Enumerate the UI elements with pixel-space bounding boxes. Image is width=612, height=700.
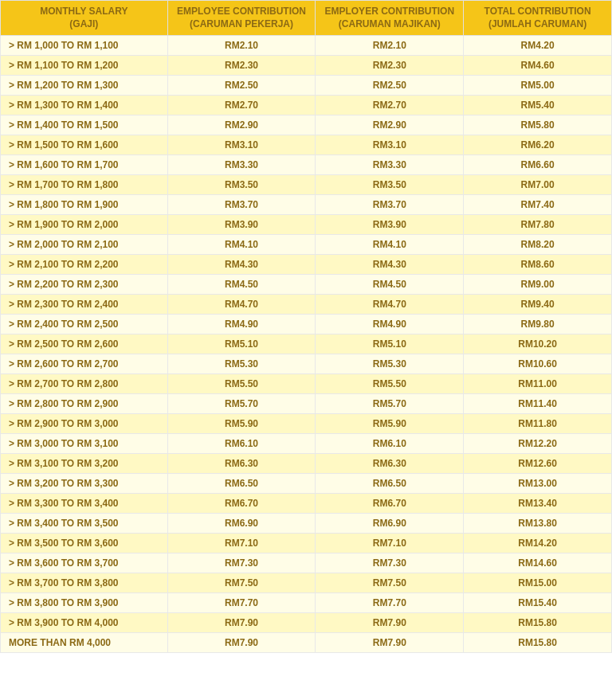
cell-total: RM15.00	[464, 573, 612, 593]
cell-salary: > RM 1,700 TO RM 1,800	[1, 175, 168, 195]
table-row: > RM 3,200 TO RM 3,300RM6.50RM6.50RM13.0…	[1, 474, 612, 494]
cell-employer: RM6.50	[316, 474, 464, 494]
table-row: > RM 3,400 TO RM 3,500RM6.90RM6.90RM13.8…	[1, 514, 612, 534]
cell-salary: > RM 1,500 TO RM 1,600	[1, 135, 168, 155]
cell-employer: RM6.30	[316, 454, 464, 474]
cell-employer: RM2.50	[316, 76, 464, 96]
table-row: > RM 1,500 TO RM 1,600RM3.10RM3.10RM6.20	[1, 135, 612, 155]
cell-salary: MORE THAN RM 4,000	[1, 633, 168, 653]
cell-employer: RM4.70	[316, 295, 464, 315]
cell-employer: RM3.90	[316, 215, 464, 235]
cell-total: RM4.60	[464, 56, 612, 76]
cell-salary: > RM 3,900 TO RM 4,000	[1, 613, 168, 633]
cell-employee: RM4.10	[167, 235, 316, 255]
table-row: > RM 3,300 TO RM 3,400RM6.70RM6.70RM13.4…	[1, 494, 612, 514]
header-salary: MONTHLY SALARY (GAJI)	[1, 1, 168, 36]
cell-employee: RM6.50	[167, 474, 316, 494]
cell-employee: RM2.90	[167, 115, 316, 135]
cell-employer: RM5.30	[316, 354, 464, 374]
cell-employer: RM2.70	[316, 96, 464, 115]
cell-employee: RM7.90	[167, 613, 316, 633]
table-row: > RM 2,100 TO RM 2,200RM4.30RM4.30RM8.60	[1, 255, 612, 275]
cell-employer: RM3.50	[316, 175, 464, 195]
cell-employee: RM5.70	[167, 394, 316, 414]
cell-salary: > RM 1,600 TO RM 1,700	[1, 155, 168, 175]
cell-salary: > RM 1,000 TO RM 1,100	[1, 36, 168, 56]
table-row: > RM 2,200 TO RM 2,300RM4.50RM4.50RM9.00	[1, 275, 612, 295]
cell-total: RM8.20	[464, 235, 612, 255]
header-total: TOTAL CONTRIBUTION (JUMLAH CARUMAN)	[464, 1, 612, 36]
cell-employer: RM5.70	[316, 394, 464, 414]
cell-employer: RM6.10	[316, 434, 464, 454]
cell-employer: RM3.10	[316, 135, 464, 155]
cell-salary: > RM 1,200 TO RM 1,300	[1, 76, 168, 96]
cell-employee: RM5.30	[167, 354, 316, 374]
cell-employee: RM4.50	[167, 275, 316, 295]
cell-total: RM7.40	[464, 195, 612, 215]
cell-total: RM13.80	[464, 514, 612, 534]
cell-employee: RM3.10	[167, 135, 316, 155]
table-row: > RM 3,900 TO RM 4,000RM7.90RM7.90RM15.8…	[1, 613, 612, 633]
cell-total: RM5.00	[464, 76, 612, 96]
cell-employee: RM4.30	[167, 255, 316, 275]
cell-employer: RM5.50	[316, 374, 464, 394]
cell-salary: > RM 2,500 TO RM 2,600	[1, 334, 168, 354]
cell-salary: > RM 2,800 TO RM 2,900	[1, 394, 168, 414]
cell-total: RM8.60	[464, 255, 612, 275]
cell-employee: RM3.70	[167, 195, 316, 215]
cell-employee: RM7.50	[167, 573, 316, 593]
table-row: > RM 2,800 TO RM 2,900RM5.70RM5.70RM11.4…	[1, 394, 612, 414]
table-row: > RM 1,600 TO RM 1,700RM3.30RM3.30RM6.60	[1, 155, 612, 175]
cell-salary: > RM 3,500 TO RM 3,600	[1, 534, 168, 553]
cell-employee: RM6.90	[167, 514, 316, 534]
cell-total: RM5.80	[464, 115, 612, 135]
cell-salary: > RM 3,600 TO RM 3,700	[1, 553, 168, 573]
table-row: > RM 1,900 TO RM 2,000RM3.90RM3.90RM7.80	[1, 215, 612, 235]
cell-salary: > RM 2,900 TO RM 3,000	[1, 414, 168, 434]
table-row: > RM 2,600 TO RM 2,700RM5.30RM5.30RM10.6…	[1, 354, 612, 374]
cell-employee: RM6.10	[167, 434, 316, 454]
cell-employer: RM7.70	[316, 593, 464, 613]
table-row: > RM 2,300 TO RM 2,400RM4.70RM4.70RM9.40	[1, 295, 612, 315]
cell-employee: RM6.30	[167, 454, 316, 474]
cell-total: RM6.20	[464, 135, 612, 155]
cell-total: RM10.60	[464, 354, 612, 374]
table-row: > RM 3,800 TO RM 3,900RM7.70RM7.70RM15.4…	[1, 593, 612, 613]
cell-employer: RM7.90	[316, 633, 464, 653]
cell-salary: > RM 3,200 TO RM 3,300	[1, 474, 168, 494]
cell-total: RM7.80	[464, 215, 612, 235]
table-row: MORE THAN RM 4,000RM7.90RM7.90RM15.80	[1, 633, 612, 653]
cell-employer: RM3.70	[316, 195, 464, 215]
table-row: > RM 1,100 TO RM 1,200RM2.30RM2.30RM4.60	[1, 56, 612, 76]
table-row: > RM 2,900 TO RM 3,000RM5.90RM5.90RM11.8…	[1, 414, 612, 434]
cell-employee: RM7.10	[167, 534, 316, 553]
cell-employer: RM2.10	[316, 36, 464, 56]
table-row: > RM 1,300 TO RM 1,400RM2.70RM2.70RM5.40	[1, 96, 612, 115]
table-row: > RM 3,600 TO RM 3,700RM7.30RM7.30RM14.6…	[1, 553, 612, 573]
table-row: > RM 2,500 TO RM 2,600RM5.10RM5.10RM10.2…	[1, 334, 612, 354]
cell-salary: > RM 2,400 TO RM 2,500	[1, 315, 168, 334]
table-row: > RM 2,000 TO RM 2,100RM4.10RM4.10RM8.20	[1, 235, 612, 255]
cell-total: RM6.60	[464, 155, 612, 175]
table-row: > RM 1,200 TO RM 1,300RM2.50RM2.50RM5.00	[1, 76, 612, 96]
cell-employer: RM4.50	[316, 275, 464, 295]
cell-employee: RM3.50	[167, 175, 316, 195]
cell-employee: RM4.90	[167, 315, 316, 334]
cell-total: RM15.80	[464, 633, 612, 653]
cell-employer: RM6.70	[316, 494, 464, 514]
cell-total: RM9.40	[464, 295, 612, 315]
cell-employer: RM4.10	[316, 235, 464, 255]
cell-salary: > RM 2,200 TO RM 2,300	[1, 275, 168, 295]
table-header-row: MONTHLY SALARY (GAJI) EMPLOYEE CONTRIBUT…	[1, 1, 612, 36]
cell-salary: > RM 1,100 TO RM 1,200	[1, 56, 168, 76]
cell-employer: RM3.30	[316, 155, 464, 175]
cell-employer: RM7.30	[316, 553, 464, 573]
table-row: > RM 2,400 TO RM 2,500RM4.90RM4.90RM9.80	[1, 315, 612, 334]
cell-salary: > RM 3,100 TO RM 3,200	[1, 454, 168, 474]
cell-total: RM7.00	[464, 175, 612, 195]
cell-employer: RM7.50	[316, 573, 464, 593]
cell-employee: RM2.30	[167, 56, 316, 76]
cell-employee: RM7.90	[167, 633, 316, 653]
cell-employee: RM3.30	[167, 155, 316, 175]
table-row: > RM 3,000 TO RM 3,100RM6.10RM6.10RM12.2…	[1, 434, 612, 454]
